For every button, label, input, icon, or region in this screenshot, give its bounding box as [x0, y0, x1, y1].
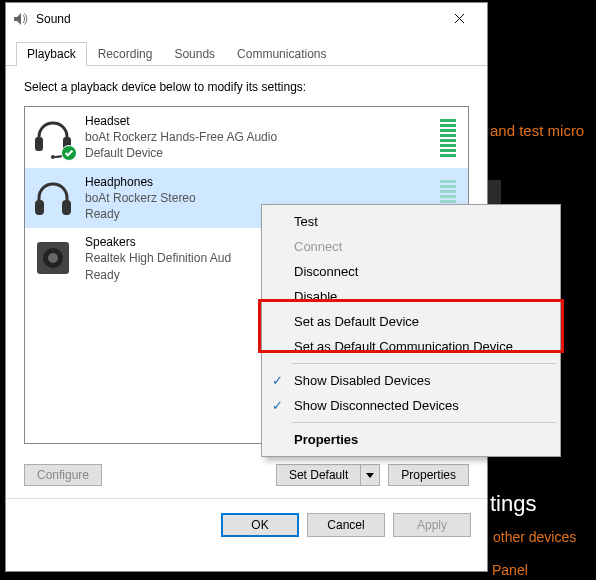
tabstrip: Playback Recording Sounds Communications: [6, 35, 487, 66]
cancel-button[interactable]: Cancel: [307, 513, 385, 537]
set-default-combo: Set Default: [276, 464, 380, 486]
ctx-show-disconnected[interactable]: ✓Show Disconnected Devices: [264, 393, 558, 418]
hint-text: Select a playback device below to modify…: [24, 80, 469, 94]
speakers-icon: [31, 236, 75, 280]
ctx-separator: [292, 422, 556, 423]
configure-button[interactable]: Configure: [24, 464, 102, 486]
ctx-test[interactable]: Test: [264, 209, 558, 234]
tab-playback[interactable]: Playback: [16, 42, 87, 66]
svg-rect-5: [62, 200, 71, 215]
tab-sounds[interactable]: Sounds: [163, 42, 226, 66]
headphones-icon: [31, 176, 75, 220]
set-default-button[interactable]: Set Default: [276, 464, 360, 486]
ctx-show-disabled[interactable]: ✓Show Disabled Devices: [264, 368, 558, 393]
chevron-down-icon: [366, 473, 374, 478]
headset-icon: [31, 115, 75, 159]
ok-button[interactable]: OK: [221, 513, 299, 537]
svg-point-8: [48, 253, 58, 263]
device-name: Headset: [85, 113, 430, 129]
set-default-dropdown[interactable]: [360, 464, 380, 486]
close-icon: [454, 13, 465, 24]
device-sub1: boAt Rockerz Hands-Free AG Audio: [85, 129, 430, 145]
ctx-connect: Connect: [264, 234, 558, 259]
ctx-properties[interactable]: Properties: [264, 427, 558, 452]
apply-button[interactable]: Apply: [393, 513, 471, 537]
check-icon: ✓: [272, 373, 283, 388]
tab-recording[interactable]: Recording: [87, 42, 164, 66]
check-icon: ✓: [272, 398, 283, 413]
context-menu: Test Connect Disconnect Disable Set as D…: [261, 204, 561, 457]
bg-link-panel[interactable]: Panel: [492, 562, 528, 578]
svg-rect-0: [35, 137, 43, 151]
ctx-separator: [292, 363, 556, 364]
svg-rect-4: [35, 200, 44, 215]
ctx-set-default-device[interactable]: Set as Default Device: [264, 309, 558, 334]
device-row-headset[interactable]: Headset boAt Rockerz Hands-Free AG Audio…: [25, 107, 468, 168]
close-button[interactable]: [437, 4, 481, 34]
ctx-disconnect[interactable]: Disconnect: [264, 259, 558, 284]
svg-point-2: [51, 155, 55, 159]
titlebar: Sound: [6, 3, 487, 35]
bg-heading: tings: [490, 491, 536, 517]
ctx-disable[interactable]: Disable: [264, 284, 558, 309]
bg-link-other-devices[interactable]: other devices: [493, 529, 576, 545]
ctx-set-default-comm-device[interactable]: Set as Default Communication Device: [264, 334, 558, 359]
dialog-buttons: OK Cancel Apply: [6, 498, 487, 537]
level-meter: [440, 117, 456, 157]
row-buttons: Configure Set Default Properties: [6, 452, 487, 486]
sound-icon: [12, 11, 28, 27]
tab-communications[interactable]: Communications: [226, 42, 337, 66]
device-info: Headset boAt Rockerz Hands-Free AG Audio…: [85, 113, 430, 162]
device-name: Headphones: [85, 174, 430, 190]
properties-button[interactable]: Properties: [388, 464, 469, 486]
dialog-title: Sound: [36, 12, 437, 26]
device-sub2: Default Device: [85, 145, 430, 161]
default-check-icon: [61, 145, 77, 161]
